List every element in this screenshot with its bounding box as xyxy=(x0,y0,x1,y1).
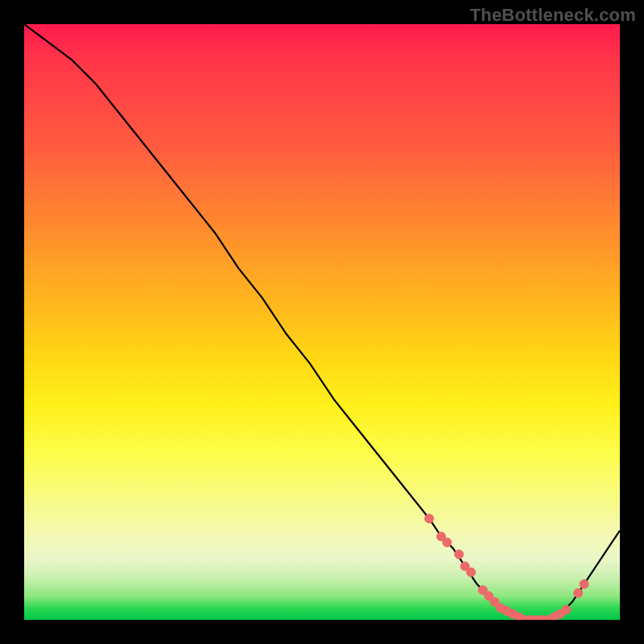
valley-dot xyxy=(502,606,511,615)
valley-dot xyxy=(485,592,493,601)
valley-dot xyxy=(437,532,446,541)
valley-dot xyxy=(538,616,547,621)
chart-frame: TheBottleneck.com xyxy=(0,0,644,644)
valley-dot xyxy=(574,588,583,597)
valley-dot xyxy=(556,609,565,618)
valley-dot xyxy=(514,613,523,620)
valley-dot xyxy=(497,604,506,613)
curve-svg xyxy=(24,24,620,620)
valley-dot xyxy=(443,538,452,547)
valley-dot xyxy=(562,605,571,614)
valley-dot xyxy=(478,586,487,595)
valley-dot xyxy=(467,568,476,576)
valley-dot xyxy=(508,609,517,618)
bottleneck-curve xyxy=(24,24,620,620)
valley-dot xyxy=(544,616,553,621)
valley-dot xyxy=(526,616,535,621)
watermark-text: TheBottleneck.com xyxy=(470,5,636,26)
valley-dots-group xyxy=(425,514,588,620)
valley-dot xyxy=(425,514,434,523)
valley-dot xyxy=(490,597,499,606)
valley-dot xyxy=(455,550,464,559)
valley-dot xyxy=(550,613,559,620)
valley-dot xyxy=(460,562,469,571)
valley-dot xyxy=(532,616,541,621)
valley-dot xyxy=(520,616,529,621)
valley-dot xyxy=(580,580,588,588)
plot-area xyxy=(24,24,620,620)
